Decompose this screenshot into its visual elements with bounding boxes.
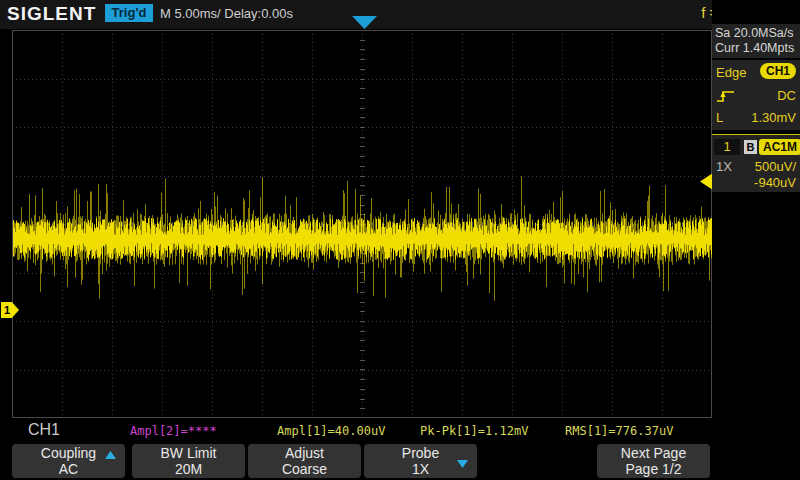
brand-logo: SIGLENT (7, 3, 96, 25)
next-page-button-value: Page 1/2 (597, 461, 710, 477)
trigger-level-value: 1.30mV (751, 110, 796, 125)
sample-rate: Sa 20.0MSa/s (715, 26, 794, 40)
channel-coupling-badge: AC1M (759, 139, 800, 155)
measurement-channel-label: CH1 (28, 421, 60, 439)
channel-info-box[interactable]: 1 B AC1M 1X 500uV/ -940uV (712, 134, 800, 192)
coupling-button-value: AC (12, 461, 125, 477)
bandwidth-limit-badge: B (744, 140, 757, 154)
channel-offset-readout: -940uV (754, 175, 796, 190)
waveform-canvas (0, 30, 712, 418)
trigger-info-box[interactable]: Edge CH1 DC L 1.30mV (712, 60, 800, 130)
channel-number-tile: 1 (714, 139, 740, 155)
measurement-ampl1: Ampl[1]=40.00uV (277, 424, 385, 438)
trigger-level-label: L (716, 110, 723, 125)
probe-attenuation-label: 1X (716, 159, 732, 174)
volts-per-div-readout: 500uV/ (755, 159, 796, 174)
next-page-button[interactable]: Next Page Page 1/2 (597, 444, 710, 478)
right-info-panel: Sa 20.0MSa/s Curr 1.40Mpts Edge CH1 DC L… (712, 0, 800, 480)
measurement-rms1: RMS[1]=776.37uV (565, 424, 673, 438)
trigger-coupling-label: DC (777, 88, 796, 103)
bw-limit-button-value: 20M (132, 461, 245, 477)
coupling-button[interactable]: Coupling AC (12, 444, 125, 478)
trigger-source-badge: CH1 (760, 63, 796, 79)
softkey-menu-bar: Coupling AC BW Limit 20M Adjust Coarse P… (0, 442, 800, 480)
acquisition-info-box: Sa 20.0MSa/s Curr 1.40Mpts (712, 24, 800, 58)
trigger-status-badge: Trig'd (105, 4, 153, 22)
measurement-ampl2: Ampl[2]=**** (130, 424, 217, 438)
next-page-button-label: Next Page (597, 445, 710, 461)
bw-limit-button-label: BW Limit (132, 445, 245, 461)
probe-button-label: Probe (364, 445, 477, 461)
timebase-readout: M 5.00ms/ Delay:0.00s (160, 6, 293, 21)
waveform-display-area (0, 30, 712, 418)
top-status-bar: SIGLENT Trig'd M 5.00ms/ Delay:0.00s f =… (0, 0, 800, 29)
probe-button[interactable]: Probe 1X (364, 444, 477, 478)
memory-depth: Curr 1.40Mpts (715, 41, 794, 55)
bw-limit-button[interactable]: BW Limit 20M (132, 444, 245, 478)
adjust-button[interactable]: Adjust Coarse (248, 444, 361, 478)
measurement-pkpk1: Pk-Pk[1]=1.12mV (420, 424, 528, 438)
adjust-button-value: Coarse (248, 461, 361, 477)
measurement-bar: CH1 Ampl[2]=**** Ampl[1]=40.00uV Pk-Pk[1… (0, 418, 712, 442)
trigger-type-label: Edge (716, 65, 746, 80)
oscilloscope-screen: { "brand": "SIGLENT", "top_bar": { "trig… (0, 0, 800, 480)
adjust-button-label: Adjust (248, 445, 361, 461)
rising-edge-icon (716, 88, 736, 104)
